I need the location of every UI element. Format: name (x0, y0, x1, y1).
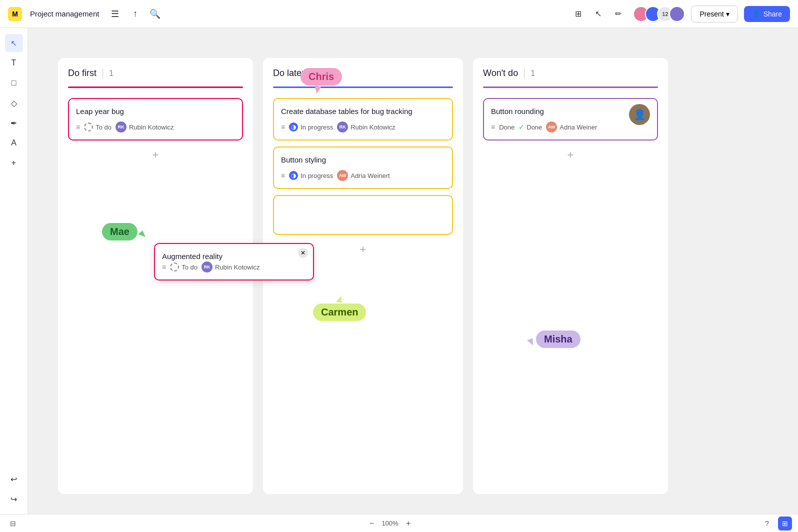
cursor-arrow-carmen (336, 295, 343, 303)
undo-button[interactable]: ↩ (5, 470, 23, 488)
card-menu-icon-4[interactable]: ≡ (491, 123, 495, 131)
left-toolbar: ↖ T □ ◇ ✒ A + ↩ ↪ (0, 28, 28, 514)
cursor-mode-button[interactable]: ↖ (589, 5, 607, 23)
sidebar-toggle-button[interactable]: ⊟ (6, 516, 20, 530)
share-icon: 👤 (752, 10, 760, 18)
columns-container: Do first 1 Leap year bug ≡ To do RK Rubi… (28, 28, 798, 514)
cursor-chris: Chris (300, 68, 342, 94)
col-count-do-first: 1 (109, 69, 114, 78)
shapes-tool-button[interactable]: ◇ (5, 94, 23, 112)
floating-status-icon (170, 262, 179, 272)
add-tool-button[interactable]: + (5, 154, 23, 172)
floating-card-meta: ≡ To do RK Rubin Kotowicz (162, 262, 306, 272)
status-icon-inprogress: ◑ (289, 122, 298, 132)
cursor-tool-button[interactable]: ↖ (5, 34, 23, 52)
done-check-icon: ✓ (518, 123, 524, 131)
share-button[interactable]: 👤 Share (744, 6, 790, 22)
add-card-wont-do[interactable]: + (483, 146, 658, 164)
card-menu-icon-3[interactable]: ≡ (281, 172, 285, 180)
avatar-4 (669, 6, 685, 22)
col-title-do-first: Do first (68, 68, 96, 78)
col-separator-wont-do (483, 86, 658, 88)
project-title[interactable]: Project management (30, 10, 99, 18)
miro-logo: M (8, 7, 22, 21)
status-badge-done: Done (499, 124, 514, 131)
floating-card-ar: ✕ Augmented reality ≡ To do RK Rubin Kot… (154, 243, 314, 280)
status-icon-inprogress-2: ◑ (289, 171, 298, 180)
canvas[interactable]: Do first 1 Leap year bug ≡ To do RK Rubi… (28, 28, 798, 514)
help-button[interactable]: ? (760, 516, 774, 530)
cursor-arrow-misha (527, 338, 535, 346)
redo-button[interactable]: ↪ (5, 490, 23, 508)
col-count-wont-do: 1 (530, 69, 535, 78)
bottom-right: ? ⊞ (760, 516, 792, 530)
col-title-wont-do: Won't do (483, 68, 518, 78)
card-meta-leap-year: ≡ To do RK Rubin Kotowicz (76, 122, 235, 132)
cursor-label-carmen: Carmen (313, 304, 366, 321)
floating-card-close[interactable]: ✕ (298, 248, 308, 258)
cursor-label-mae: Mae (102, 223, 138, 240)
card-btn-styling: Button styling ≡ ◑ In progress AW Adria … (273, 146, 453, 189)
menu-button[interactable]: ☰ (107, 6, 123, 22)
status-badge-styling: ◑ In progress (289, 171, 333, 180)
cursor-label-chris: Chris (300, 68, 342, 86)
col-header-wont-do: Won't do 1 (483, 68, 658, 78)
col-separator-do-later (273, 86, 453, 88)
zoom-out-button[interactable]: − (366, 518, 378, 530)
collab-avatars: 12 (633, 6, 685, 22)
topbar-left: M Project management ☰ ↑ 🔍 (8, 6, 163, 22)
card-title-btn-rounding: Button rounding (491, 106, 650, 116)
card-meta-btn-rounding: ≡ Done ✓ Done AW Adria Weiner (491, 122, 650, 132)
toolbar-icons: ⊞ ↖ ✏ (569, 5, 627, 23)
assignee-rounding: AW Adria Weiner (546, 122, 597, 132)
card-meta-db-tables: ≡ ◑ In progress RK Rubin Kotowicz (281, 122, 445, 132)
card-meta-btn-styling: ≡ ◑ In progress AW Adria Weinert (281, 170, 445, 181)
status-badge-leap-year: To do (84, 122, 112, 132)
card-empty (273, 195, 453, 235)
card-wrapper-btn-rounding: 👤 Button rounding ≡ Done ✓ Done (483, 98, 658, 140)
floating-card-title: Augmented reality (162, 251, 306, 262)
column-wont-do: Won't do 1 👤 Button rounding ≡ Done (473, 58, 668, 494)
status-badge-db: ◑ In progress (289, 122, 333, 132)
floating-assignee-avatar: RK (202, 262, 212, 272)
card-title-leap-year: Leap year bug (76, 106, 235, 116)
card-leap-year: Leap year bug ≡ To do RK Rubin Kotowicz (68, 98, 243, 140)
card-menu-icon[interactable]: ≡ (76, 123, 80, 131)
floating-card-menu-icon[interactable]: ≡ (162, 263, 166, 271)
pen-mode-button[interactable]: ✏ (609, 5, 627, 23)
card-menu-icon-2[interactable]: ≡ (281, 123, 285, 131)
pen-tool-button[interactable]: ✒ (5, 114, 23, 132)
zoom-controls: − 100% + (366, 518, 414, 530)
expand-button[interactable]: ⊞ (778, 516, 792, 530)
col-divider (102, 68, 103, 78)
cursor-misha: Misha (528, 330, 580, 348)
assignee-db: RK Rubin Kotowicz (337, 122, 396, 132)
cursor-label-misha: Misha (536, 330, 580, 348)
search-button[interactable]: 🔍 (147, 6, 163, 22)
assignee-avatar-adria: AW (337, 170, 348, 181)
cursor-mae: Mae (102, 223, 146, 240)
col-separator-do-first (68, 86, 243, 88)
zoom-level: 100% (382, 520, 398, 527)
status-icon-todo (84, 122, 93, 132)
card-title-db-tables: Create database tables for bug tracking (281, 106, 445, 116)
col-header-do-later: Do later 3 (273, 68, 453, 78)
assignee-avatar-rubin-2: RK (337, 122, 348, 132)
grid-view-button[interactable]: ⊞ (569, 5, 587, 23)
cursor-carmen: Carmen (313, 296, 366, 321)
miro-logo-icon[interactable]: M (8, 7, 22, 21)
zoom-in-button[interactable]: + (402, 518, 414, 530)
present-button[interactable]: Present ▾ (691, 6, 738, 22)
sticky-tool-button[interactable]: □ (5, 74, 23, 92)
bottombar: ⊟ − 100% + ? ⊞ (0, 514, 798, 532)
marker-tool-button[interactable]: A (5, 134, 23, 152)
export-button[interactable]: ↑ (127, 6, 143, 22)
topbar-right: ⊞ ↖ ✏ 12 Present ▾ 👤 Share (569, 5, 790, 23)
assignee-leap-year: RK Rubin Kotowicz (116, 122, 174, 132)
col-title-do-later: Do later (273, 68, 304, 78)
floating-status-badge: To do (170, 262, 198, 272)
add-card-do-first[interactable]: + (68, 146, 243, 164)
topbar-icons: ☰ ↑ 🔍 (107, 6, 163, 22)
text-tool-button[interactable]: T (5, 54, 23, 72)
assignee-avatar-rubin: RK (116, 122, 126, 132)
